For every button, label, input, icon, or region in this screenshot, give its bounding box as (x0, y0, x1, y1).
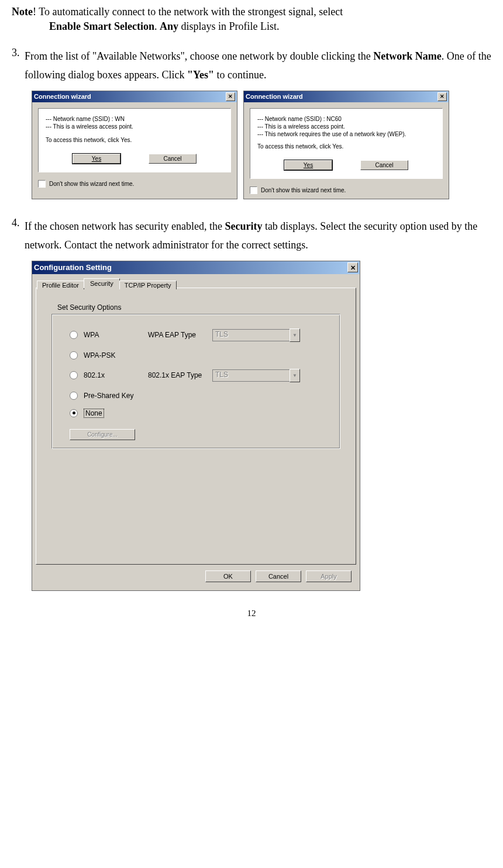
wizard-2-yes-button[interactable]: Yes (284, 160, 332, 170)
wizard-2-line-3: --- This network requires the use of a n… (257, 131, 435, 137)
step-3: 3. From the list of "Available Networks"… (26, 47, 491, 85)
wizard-dialogs: Connection wizard ✕ --- Network name (SS… (32, 91, 491, 199)
step-3-bold-network-name: Network Name (373, 50, 441, 62)
ok-button[interactable]: OK (205, 570, 251, 582)
config-title: Configuration Setting (34, 262, 112, 273)
wizard-1-yes-button[interactable]: Yes (73, 154, 120, 164)
config-titlebar: Configuration Setting ✕ (32, 261, 360, 274)
page-number: 12 (12, 608, 491, 618)
radio-preshared-key[interactable] (70, 392, 78, 400)
note-line-2: Enable Smart Selection. Any displays in … (49, 20, 491, 33)
security-tab-panel: Set Security Options WPA WPA EAP Type TL… (36, 288, 356, 565)
wizard-2-cancel-button[interactable]: Cancel (360, 160, 408, 170)
step-3-bold-yes: "Yes" (187, 69, 214, 81)
note-prefix: Note (12, 6, 33, 18)
label-none: None (84, 409, 104, 417)
note-bold-enable: Enable Smart Selection (49, 20, 154, 32)
config-button-row: OK Cancel Apply (36, 565, 356, 587)
combo-wpa-eap[interactable]: TLS ▼ (212, 328, 300, 342)
configuration-setting-dialog: Configuration Setting ✕ Profile Editor S… (32, 261, 360, 591)
step-4-number: 4. (12, 217, 20, 229)
wizard-2-checkbox-row: Don't show this wizard next time. (244, 185, 449, 199)
connection-wizard-1: Connection wizard ✕ --- Network name (SS… (32, 91, 237, 199)
option-psk-row: Pre-Shared Key (70, 392, 332, 400)
close-icon[interactable]: ✕ (347, 262, 358, 272)
note-line-1: Note! To automatically connect to the ne… (12, 6, 491, 18)
label-wpa-psk: WPA-PSK (84, 351, 148, 359)
step-3-number: 3. (12, 47, 20, 59)
combo-8021x-eap[interactable]: TLS ▼ (212, 369, 300, 382)
close-icon[interactable]: ✕ (437, 92, 447, 101)
tab-tcpip-property[interactable]: TCP/IP Property (119, 281, 177, 289)
step-3-text-a: From the list of "Available Networks", c… (25, 50, 373, 62)
security-options-group: WPA WPA EAP Type TLS ▼ WPA-PSK 802.1x 80… (51, 314, 340, 449)
close-icon[interactable]: ✕ (226, 92, 235, 101)
note-text-1: ! To automatically connect to the networ… (33, 6, 343, 18)
wizard-1-body: --- Network name (SSID) : WN --- This is… (38, 108, 231, 172)
wizard-1-line-2: --- This is a wireless access point. (46, 123, 223, 130)
label-wpa: WPA (84, 331, 148, 339)
configure-button[interactable]: Configure... (70, 429, 135, 440)
wizard-1-title: Connection wizard (34, 92, 91, 101)
wizard-2-title: Connection wizard (246, 92, 303, 101)
cancel-button[interactable]: Cancel (256, 570, 301, 582)
note-rest: displays in Profile List. (178, 20, 280, 32)
label-8021x-eap: 802.1x EAP Type (148, 371, 212, 379)
radio-wpa[interactable] (70, 331, 78, 339)
radio-none[interactable] (70, 409, 78, 417)
config-tabs: Profile Editor Security TCP/IP Property (37, 278, 356, 288)
chevron-down-icon[interactable]: ▼ (290, 369, 300, 382)
note-mid: . (154, 20, 160, 32)
connection-wizard-2: Connection wizard ✕ --- Network name (SS… (243, 91, 449, 199)
wizard-2-line-2: --- This is a wireless access point. (257, 123, 435, 130)
wizard-1-checkbox-row: Don't show this wizard next time. (32, 178, 237, 192)
wizard-1-titlebar: Connection wizard ✕ (32, 91, 237, 102)
combo-8021x-eap-value: TLS (212, 369, 290, 382)
wizard-1-checkbox[interactable] (38, 180, 46, 188)
note-bold-any: Any (160, 20, 178, 32)
label-preshared-key: Pre-Shared Key (84, 392, 148, 400)
option-8021x-row: 802.1x 802.1x EAP Type TLS ▼ (70, 369, 332, 382)
wizard-1-checkbox-label: Don't show this wizard next time. (49, 181, 134, 187)
label-wpa-eap: WPA EAP Type (148, 331, 212, 339)
step-4-bold-security: Security (225, 220, 262, 232)
wizard-2-line-1: --- Network name (SSID) : NC60 (257, 116, 435, 122)
wizard-2-body: --- Network name (SSID) : NC60 --- This … (250, 108, 443, 179)
wizard-1-line-1: --- Network name (SSID) : WN (46, 116, 223, 122)
option-wpapsk-row: WPA-PSK (70, 351, 332, 359)
step-3-text-c: to continue. (214, 69, 266, 81)
step-4-text-a: If the chosen network has security enabl… (25, 220, 225, 232)
tab-security[interactable]: Security (84, 278, 120, 288)
combo-wpa-eap-value: TLS (212, 329, 290, 341)
label-8021x: 802.1x (84, 371, 148, 379)
wizard-2-checkbox-label: Don't show this wizard next time. (261, 187, 346, 193)
option-none-row: None (70, 409, 332, 417)
wizard-1-line-3: To access this network, click Yes. (46, 137, 223, 143)
step-4: 4. If the chosen network has security en… (26, 217, 491, 255)
apply-button[interactable]: Apply (306, 570, 352, 582)
chevron-down-icon[interactable]: ▼ (290, 328, 300, 342)
wizard-2-line-4: To access this network, click Yes. (257, 143, 435, 150)
wizard-2-titlebar: Connection wizard ✕ (244, 91, 449, 102)
radio-wpa-psk[interactable] (70, 351, 78, 359)
radio-8021x[interactable] (70, 371, 78, 379)
option-wpa-row: WPA WPA EAP Type TLS ▼ (70, 328, 332, 342)
wizard-2-checkbox[interactable] (250, 186, 257, 194)
security-group-label: Set Security Options (57, 303, 346, 312)
wizard-1-cancel-button[interactable]: Cancel (149, 154, 197, 164)
tab-profile-editor[interactable]: Profile Editor (37, 281, 84, 289)
